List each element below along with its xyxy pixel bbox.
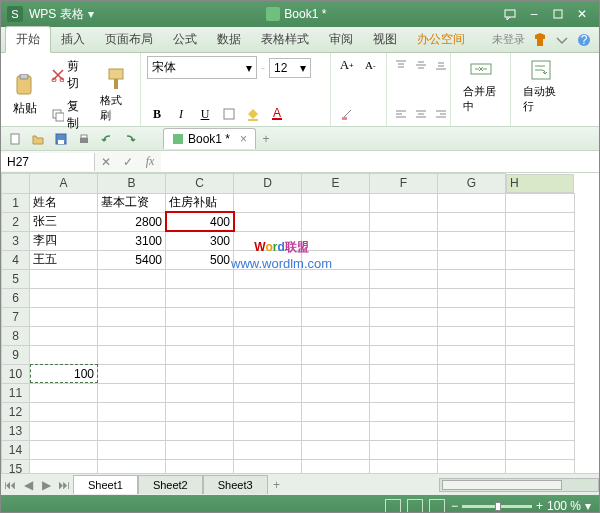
col-header[interactable]: H [506,174,574,193]
doc-tab-icon [172,133,184,145]
login-status[interactable]: 未登录 [488,32,529,47]
skin-icon[interactable] [532,32,548,48]
view-normal-button[interactable] [385,499,401,513]
wrap-text-button[interactable]: 自动换行 [517,56,565,116]
row-header[interactable]: 14 [2,440,30,459]
row-header[interactable]: 12 [2,402,30,421]
align-mid-button[interactable] [413,56,429,74]
col-header[interactable]: D [234,174,302,194]
row-header[interactable]: 1 [2,193,30,212]
open-button[interactable] [28,130,48,148]
add-sheet-button[interactable]: + [268,478,286,492]
align-right-button[interactable] [433,105,449,123]
row-header[interactable]: 2 [2,212,30,231]
doc-tab-close[interactable]: × [240,132,247,146]
zoom-level[interactable]: 100 % [547,499,581,513]
col-header[interactable]: G [438,174,506,194]
zoom-dropdown-icon[interactable]: ▾ [585,499,591,513]
row-header[interactable]: 7 [2,307,30,326]
row-header[interactable]: 3 [2,231,30,250]
row-header[interactable]: 6 [2,288,30,307]
col-header[interactable]: A [30,174,98,194]
cut-button[interactable]: 剪切 [47,56,94,94]
underline-button[interactable]: U [195,105,215,123]
accept-formula-icon[interactable]: ✓ [117,155,139,169]
row-header[interactable]: 15 [2,459,30,473]
sheet-tab[interactable]: Sheet2 [138,475,203,494]
view-page-button[interactable] [407,499,423,513]
bold-button[interactable]: B [147,105,167,123]
merge-center-button[interactable]: 合并居中 [457,56,504,116]
new-button[interactable] [5,130,25,148]
svg-rect-16 [342,117,347,120]
tab-home[interactable]: 开始 [5,26,51,53]
help-icon[interactable]: ? [576,32,592,48]
align-left-button[interactable] [393,105,409,123]
sheet-nav-next[interactable]: ▶ [37,478,55,492]
italic-button[interactable]: I [171,105,191,123]
view-break-button[interactable] [429,499,445,513]
redo-button[interactable] [120,130,140,148]
name-box[interactable]: H27 [1,153,95,171]
sheet-nav-first[interactable]: ⏮ [1,478,19,492]
fill-color-button[interactable] [243,105,263,123]
spreadsheet-grid[interactable]: A B C D E F G H 1姓名基本工资住房补贴 2张三2800400 3… [1,173,599,473]
row-header[interactable]: 13 [2,421,30,440]
font-color-button[interactable]: A [267,105,287,123]
tab-formula[interactable]: 公式 [163,27,207,52]
zoom-out-button[interactable]: − [451,499,458,513]
doc-title: Book1 * [284,7,326,21]
font-size-select[interactable]: 12▾ [269,58,311,78]
col-header[interactable]: E [302,174,370,194]
row-header[interactable]: 4 [2,250,30,269]
format-painter-button[interactable]: 格式刷 [98,65,134,125]
copy-button[interactable]: 复制 [47,96,94,134]
add-doc-tab[interactable]: + [256,132,276,146]
undo-button[interactable] [97,130,117,148]
sheet-nav-prev[interactable]: ◀ [19,478,37,492]
align-bot-button[interactable] [433,56,449,74]
align-center-button[interactable] [413,105,429,123]
minimize-button[interactable]: – [523,5,545,23]
align-top-button[interactable] [393,56,409,74]
svg-rect-15 [272,118,282,120]
maximize-button[interactable] [547,5,569,23]
col-header[interactable]: B [98,174,166,194]
formula-input[interactable] [161,151,599,172]
row-header[interactable]: 11 [2,383,30,402]
tab-data[interactable]: 数据 [207,27,251,52]
save-button[interactable] [51,130,71,148]
tab-layout[interactable]: 页面布局 [95,27,163,52]
min-ribbon-icon[interactable] [554,32,570,48]
row-header[interactable]: 5 [2,269,30,288]
row-header[interactable]: 9 [2,345,30,364]
hscrollbar[interactable] [439,478,599,492]
decrease-font-button[interactable]: A- [361,56,381,74]
zoom-in-button[interactable]: + [536,499,543,513]
print-button[interactable] [74,130,94,148]
paste-button[interactable]: 粘贴 [7,72,43,119]
border-button[interactable] [219,105,239,123]
sheet-tab[interactable]: Sheet3 [203,475,268,494]
zoom-slider[interactable] [462,505,532,508]
fx-icon[interactable]: fx [139,154,161,169]
row-header[interactable]: 10 [2,364,30,383]
tab-view[interactable]: 视图 [363,27,407,52]
tab-office[interactable]: 办公空间 [407,27,475,52]
sheet-tab[interactable]: Sheet1 [73,475,138,494]
clear-format-button[interactable] [337,105,357,123]
close-button[interactable]: ✕ [571,5,593,23]
tab-review[interactable]: 审阅 [319,27,363,52]
tab-insert[interactable]: 插入 [51,27,95,52]
increase-font-button[interactable]: A+ [337,56,357,74]
font-name-select[interactable]: 宋体▾ [147,56,257,79]
tab-tablestyle[interactable]: 表格样式 [251,27,319,52]
doc-tab[interactable]: Book1 * × [163,128,256,149]
sheet-nav-last[interactable]: ⏭ [55,478,73,492]
col-header[interactable]: C [166,174,234,194]
feedback-icon[interactable] [499,5,521,23]
select-all-corner[interactable] [2,174,30,194]
cancel-formula-icon[interactable]: ✕ [95,155,117,169]
col-header[interactable]: F [370,174,438,194]
row-header[interactable]: 8 [2,326,30,345]
